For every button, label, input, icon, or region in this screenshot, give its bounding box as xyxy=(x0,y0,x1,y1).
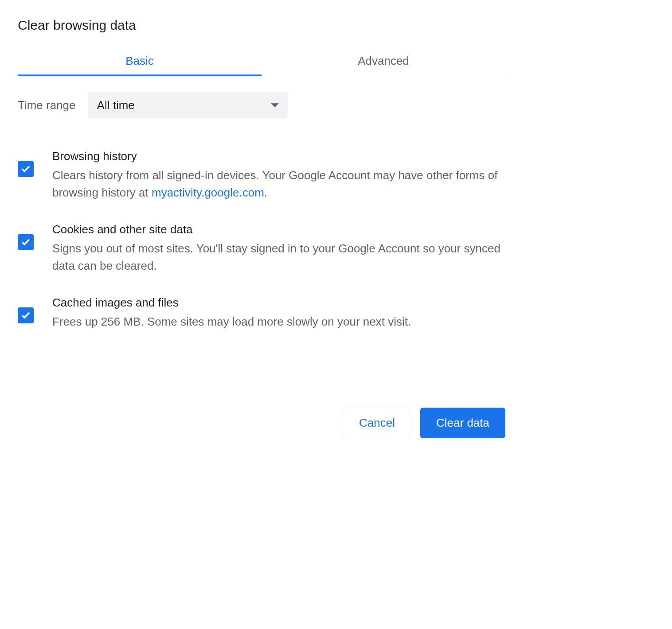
option-title: Cached images and files xyxy=(52,296,505,310)
checkmark-icon xyxy=(20,237,31,248)
dialog-title: Clear browsing data xyxy=(18,18,505,46)
button-row: Cancel Clear data xyxy=(18,346,505,438)
checkbox-cookies[interactable] xyxy=(18,234,34,250)
chevron-down-icon xyxy=(271,103,279,107)
time-range-dropdown[interactable]: All time xyxy=(88,92,288,118)
option-content: Cached images and files Frees up 256 MB.… xyxy=(52,296,505,330)
option-cached: Cached images and files Frees up 256 MB.… xyxy=(18,285,505,341)
clear-browsing-data-dialog: Clear browsing data Basic Advanced Time … xyxy=(18,18,505,438)
checkmark-icon xyxy=(20,164,31,174)
time-range-label: Time range xyxy=(18,98,76,112)
time-range-row: Time range All time xyxy=(18,76,505,134)
option-desc: Clears history from all signed-in device… xyxy=(52,167,505,201)
myactivity-link[interactable]: myactivity.google.com xyxy=(152,186,264,199)
tabs-container: Basic Advanced xyxy=(18,46,505,76)
option-desc-text: Clears history from all signed-in device… xyxy=(52,169,497,199)
time-range-value: All time xyxy=(97,98,135,112)
option-desc: Frees up 256 MB. Some sites may load mor… xyxy=(52,313,505,330)
option-content: Browsing history Clears history from all… xyxy=(52,149,505,201)
clear-data-button[interactable]: Clear data xyxy=(420,408,505,438)
checkmark-icon xyxy=(20,310,31,321)
option-browsing-history: Browsing history Clears history from all… xyxy=(18,139,505,212)
option-desc-post: . xyxy=(264,186,267,199)
option-content: Cookies and other site data Signs you ou… xyxy=(52,223,505,275)
option-desc: Signs you out of most sites. You'll stay… xyxy=(52,240,505,275)
option-title: Browsing history xyxy=(52,149,505,163)
cancel-button[interactable]: Cancel xyxy=(343,408,411,438)
tab-basic[interactable]: Basic xyxy=(18,46,262,76)
options-list: Browsing history Clears history from all… xyxy=(18,134,505,346)
option-title: Cookies and other site data xyxy=(52,223,505,236)
checkbox-cached[interactable] xyxy=(18,307,34,323)
option-cookies: Cookies and other site data Signs you ou… xyxy=(18,212,505,285)
tab-advanced[interactable]: Advanced xyxy=(262,46,505,76)
checkbox-browsing-history[interactable] xyxy=(18,161,34,177)
